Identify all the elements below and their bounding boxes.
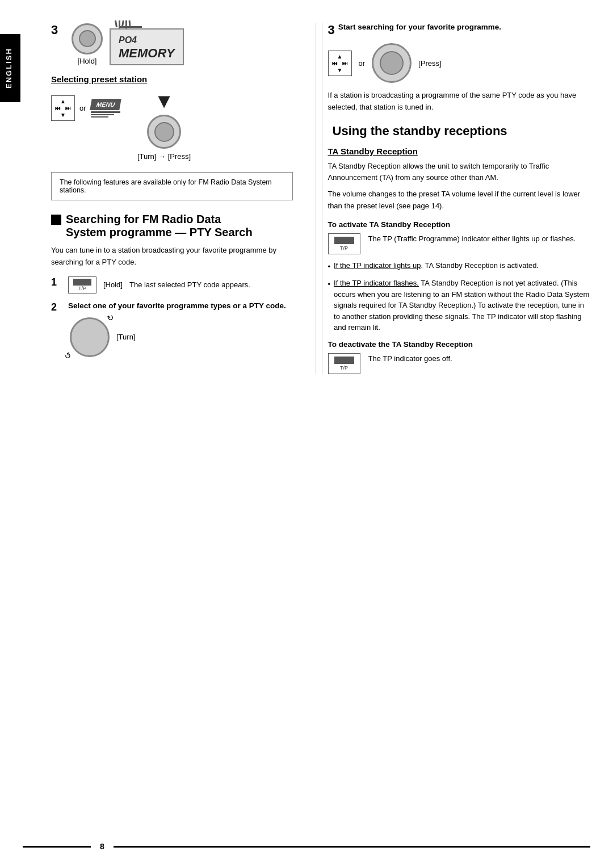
activate-desc: The TP (Traffic Programme) indicator eit…	[368, 233, 576, 245]
menu-label: MENU	[90, 99, 121, 110]
bullet-dot-1: •	[328, 261, 331, 272]
bullet1-part2: TA Standby Reception is activated.	[425, 261, 539, 270]
selecting-preset-title: Selecting preset station	[51, 74, 293, 84]
pty-search-title: Searching for FM Radio Data System progr…	[51, 213, 293, 239]
step2-number: 2	[51, 301, 61, 313]
right-step3-body: If a station is broadcasting a programme…	[328, 90, 590, 114]
prev-icon: ⏮	[55, 105, 61, 111]
memory-text: MEMORY	[119, 46, 175, 61]
standby-title-text: Using the standby receptions	[333, 124, 507, 139]
activate-tp-button: T/P	[328, 233, 360, 254]
activate-tp-text: T/P	[340, 245, 348, 251]
menu-button: MENU	[91, 99, 120, 118]
pty-title-line2: System programme — PTY Search	[66, 226, 253, 238]
rotate-arrow-icon: ↺	[63, 350, 73, 362]
ta-body1: TA Standby Reception allows the unit to …	[328, 161, 590, 184]
activate-row: T/P The TP (Traffic Programme) indicator…	[328, 233, 590, 254]
turn-knob-large: ↺ ↻	[68, 316, 111, 358]
step1-desc: The last selected PTY code appears.	[129, 280, 250, 289]
page-footer: 8	[0, 842, 613, 851]
turn-press-label: [Turn] → [Press]	[137, 152, 191, 161]
info-box: The following features are available onl…	[51, 172, 293, 200]
down-arrow-icon: ▼	[154, 91, 174, 111]
memory-channel: PO4	[119, 35, 137, 45]
page-number: 8	[100, 842, 104, 851]
deactivate-tp-text: T/P	[340, 365, 348, 371]
hold-knob	[72, 23, 103, 54]
footer-line-right	[114, 846, 590, 848]
right-step3-controls: ▲ ⏮ ⏭ ▼ or [Press]	[328, 43, 590, 83]
deactivate-desc: The TP indicator goes off.	[368, 353, 452, 365]
left-column: 3 [Hold]	[51, 23, 310, 374]
language-tab-label: ENGLISH	[5, 48, 13, 89]
square-bullet-icon	[51, 215, 61, 225]
bullet-dot-2: •	[328, 279, 331, 333]
ta-body2: The volume changes to the preset TA volu…	[328, 188, 590, 212]
page: ENGLISH 3 [Hold]	[0, 0, 613, 868]
right-press-knob	[372, 43, 412, 83]
hold-label: [Hold]	[78, 57, 97, 65]
bullet-item-2: • If the TP indicator flashes, TA Standb…	[328, 278, 590, 333]
bullet-item-1: • If the TP indicator lights up, TA Stan…	[328, 260, 590, 272]
turn-label: [Turn]	[116, 333, 135, 341]
rotate-arrow-icon2: ↻	[106, 312, 116, 324]
step1-hold: [Hold]	[103, 280, 123, 289]
arrow-button-group: ▲ ⏮ ⏭ ▼	[51, 95, 75, 121]
down-arrow-icon: ▼	[60, 112, 66, 118]
preset-controls: ▲ ⏮ ⏭ ▼ or MENU	[51, 91, 293, 161]
tp-bar-icon	[73, 279, 91, 286]
ta-subsection-title: TA Standby Reception	[328, 146, 590, 156]
right-or-label: or	[359, 59, 366, 68]
deactivate-tp-button: T/P	[328, 353, 360, 374]
step3-number: 3	[51, 23, 58, 37]
deactivate-tp-bar	[334, 357, 354, 364]
bullet-list: • If the TP indicator lights up, TA Stan…	[328, 260, 590, 333]
pty-section: Searching for FM Radio Data System progr…	[51, 213, 293, 358]
right-press-label: [Press]	[418, 59, 441, 68]
right-next-icon: ⏭	[342, 60, 348, 66]
activate-title: To activate TA Standby Reception	[328, 220, 590, 229]
deactivate-title: To deactivate the TA Standby Reception	[328, 340, 590, 349]
standby-section: Using the standby receptions TA Standby …	[328, 124, 590, 374]
right-arrow-group: ▲ ⏮ ⏭ ▼	[328, 51, 352, 76]
tp-button: T/P	[68, 276, 96, 293]
pty-step1: 1 T/P [Hold] The last selected PTY code …	[51, 276, 293, 293]
language-tab: ENGLISH	[0, 34, 20, 102]
pty-body: You can tune in to a station broadcastin…	[51, 245, 293, 269]
up-arrow-icon: ▲	[60, 98, 66, 104]
right-column: 3 Start searching for your favorite prog…	[322, 23, 590, 374]
turn-press-section: ▼ [Turn] → [Press]	[137, 91, 191, 161]
turn-knob	[147, 115, 181, 149]
right-step3-bold: Start searching for your favorite progra…	[338, 23, 501, 31]
tp-text: T/P	[78, 286, 86, 291]
info-box-text: The following features are available onl…	[60, 178, 272, 194]
right-prev-icon: ⏮	[332, 60, 338, 66]
step1-number: 1	[51, 276, 61, 288]
right-up-icon: ▲	[337, 53, 343, 60]
bullet1-part1: If the TP indicator lights up,	[334, 261, 423, 270]
right-down-icon: ▼	[337, 67, 343, 73]
deactivate-row: T/P The TP indicator goes off.	[328, 353, 590, 374]
next-icon: ⏭	[65, 105, 71, 111]
pty-title-line1: Searching for FM Radio Data	[66, 213, 221, 225]
footer-line-left	[23, 846, 91, 848]
memory-display: PO4 MEMORY	[110, 28, 184, 65]
activate-tp-bar	[334, 237, 354, 244]
right-step3: 3 Start searching for your favorite prog…	[328, 23, 590, 114]
standby-title: Using the standby receptions	[328, 124, 590, 139]
right-step3-number: 3	[328, 23, 335, 37]
pty-step2: 2 Select one of your favorite programme …	[51, 301, 293, 358]
preset-section: Selecting preset station ▲ ⏮ ⏭ ▼	[51, 74, 293, 161]
step2-label: Select one of your favorite programme ty…	[68, 301, 286, 310]
column-divider	[316, 23, 316, 374]
bullet2-part1: If the TP indicator flashes,	[334, 279, 419, 287]
or-label: or	[79, 104, 86, 112]
